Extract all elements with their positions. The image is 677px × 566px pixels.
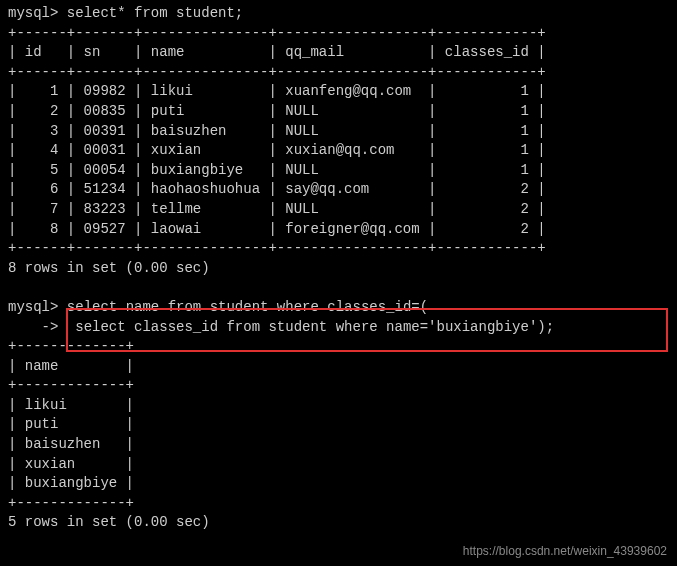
table1-row: | 8 | 09527 | laowai | foreigner@qq.com …: [8, 221, 546, 237]
mysql-prompt: mysql>: [8, 5, 58, 21]
sql-query-2-line2: select classes_id from student where nam…: [67, 319, 554, 335]
table1-row: | 4 | 00031 | xuxian | xuxian@qq.com | 1…: [8, 142, 546, 158]
table1-row: | 7 | 83223 | tellme | NULL | 2 |: [8, 201, 546, 217]
table2-header: | name |: [8, 358, 134, 374]
table2-row: | baisuzhen |: [8, 436, 134, 452]
table1-header: | id | sn | name | qq_mail | classes_id …: [8, 44, 546, 60]
result-message-1: 8 rows in set (0.00 sec): [8, 260, 210, 276]
table1-border-bot: +------+-------+---------------+--------…: [8, 240, 546, 256]
table2-border-mid: +-------------+: [8, 377, 134, 393]
table1-row: | 3 | 00391 | baisuzhen | NULL | 1 |: [8, 123, 546, 139]
table1-row: | 6 | 51234 | haohaoshuohua | say@qq.com…: [8, 181, 546, 197]
prompt-line-2[interactable]: mysql> select name from student where cl…: [8, 299, 428, 315]
table1-border-top: +------+-------+---------------+--------…: [8, 25, 546, 41]
mysql-cont-prompt: ->: [8, 319, 58, 335]
table2-row: | puti |: [8, 416, 134, 432]
mysql-prompt: mysql>: [8, 299, 58, 315]
table2-row: | buxiangbiye |: [8, 475, 134, 491]
watermark-text: https://blog.csdn.net/weixin_43939602: [463, 543, 667, 560]
terminal-output: mysql> select* from student; +------+---…: [8, 4, 669, 533]
table1-border-mid: +------+-------+---------------+--------…: [8, 64, 546, 80]
table1-row: | 5 | 00054 | buxiangbiye | NULL | 1 |: [8, 162, 546, 178]
table1-row: | 1 | 09982 | likui | xuanfeng@qq.com | …: [8, 83, 546, 99]
table2-border-top: +-------------+: [8, 338, 134, 354]
sql-query-1: select* from student;: [67, 5, 243, 21]
table1-row: | 2 | 00835 | puti | NULL | 1 |: [8, 103, 546, 119]
table2-row: | likui |: [8, 397, 134, 413]
sql-query-2-line1: select name from student where classes_i…: [67, 299, 428, 315]
table2-row: | xuxian |: [8, 456, 134, 472]
prompt-line-1[interactable]: mysql> select* from student;: [8, 5, 243, 21]
table2-border-bot: +-------------+: [8, 495, 134, 511]
result-message-2: 5 rows in set (0.00 sec): [8, 514, 210, 530]
prompt-cont-line[interactable]: -> select classes_id from student where …: [8, 319, 554, 335]
